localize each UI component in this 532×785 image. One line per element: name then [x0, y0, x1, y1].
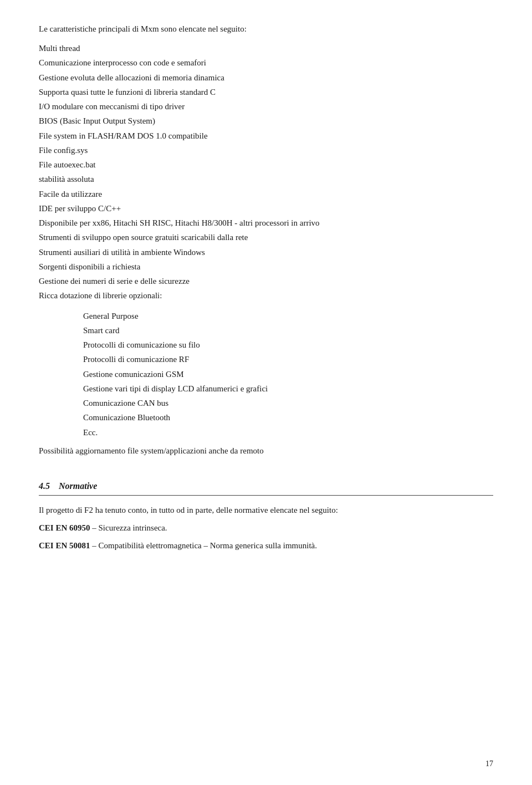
list-item: Comunicazione Bluetooth: [39, 410, 493, 425]
list-item: Gestione dei numeri di serie e delle sic…: [39, 274, 493, 288]
section-title-text: Normative: [59, 481, 97, 491]
last-line: Possibilità aggiornamento file system/ap…: [39, 444, 493, 457]
list-item: Strumenti ausiliari di utilità in ambien…: [39, 245, 493, 259]
norm-item-1: CEI EN 60950 – Sicurezza intrinseca.: [39, 521, 493, 534]
list-item: File config.sys: [39, 143, 493, 157]
list-item: General Purpose: [39, 309, 493, 323]
list-item: Ricca dotazione di librerie opzionali:: [39, 288, 493, 303]
list-item: Supporta quasi tutte le funzioni di libr…: [39, 85, 493, 99]
list-item: Gestione vari tipi di display LCD alfanu…: [39, 381, 493, 396]
list-item: Protocolli di comunicazione su filo: [39, 338, 493, 352]
page-number: 17: [485, 759, 493, 768]
list-item: Smart card: [39, 323, 493, 338]
page-container: Le caratteristiche principali di Mxm son…: [0, 0, 532, 785]
list-item: Disponibile per xx86, Hitachi SH RISC, H…: [39, 216, 493, 230]
norm-label-2: CEI EN 50081: [39, 541, 90, 550]
list-item: I/O modulare con meccanismi di tipo driv…: [39, 99, 493, 114]
norm-item-2: CEI EN 50081 – Compatibilità elettromagn…: [39, 539, 493, 552]
list-item: File system in FLASH/RAM DOS 1.0 compati…: [39, 129, 493, 143]
section-number: 4.5: [39, 481, 50, 491]
list-item: File autoexec.bat: [39, 157, 493, 172]
list-item: Gestione evoluta delle allocazioni di me…: [39, 70, 493, 85]
norm-text-2: – Compatibilità elettromagnetica – Norma…: [92, 541, 317, 550]
list-item: Gestione comunicazioni GSM: [39, 367, 493, 381]
list-item: Facile da utilizzare: [39, 187, 493, 201]
list-item: Comunicazione CAN bus: [39, 396, 493, 410]
list-item: BIOS (Basic Input Output System): [39, 114, 493, 128]
section-45-body: Il progetto di F2 ha tenuto conto, in tu…: [39, 503, 493, 552]
list-item: Multi thread: [39, 41, 493, 55]
norm-text-1: – Sicurezza intrinseca.: [92, 523, 167, 532]
main-features-list: Multi thread Comunicazione interprocesso…: [39, 41, 493, 303]
list-item: Sorgenti disponibili a richiesta: [39, 259, 493, 274]
list-item: stabilità assoluta: [39, 172, 493, 186]
section-45-title: 4.5 Normative: [39, 481, 97, 491]
list-item: Strumenti di sviluppo open source gratui…: [39, 230, 493, 244]
section-45-header: 4.5 Normative: [39, 480, 493, 496]
norm-label-1: CEI EN 60950: [39, 523, 90, 532]
sub-features-list: General Purpose Smart card Protocolli di…: [39, 309, 493, 440]
intro-paragraph: Le caratteristiche principali di Mxm son…: [39, 22, 493, 35]
list-item: Comunicazione interprocesso con code e s…: [39, 55, 493, 70]
section-intro: Il progetto di F2 ha tenuto conto, in tu…: [39, 503, 493, 517]
list-item: Protocolli di comunicazione RF: [39, 352, 493, 366]
list-item: IDE per sviluppo C/C++: [39, 201, 493, 216]
list-item: Ecc.: [39, 425, 493, 440]
